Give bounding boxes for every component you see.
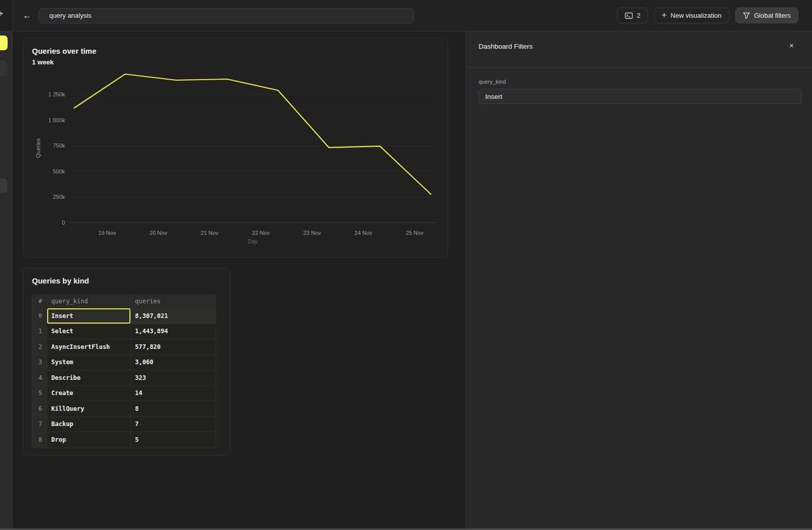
filters-panel: Dashboard Filters × query_kind [466, 31, 812, 530]
dashboard-title-input[interactable] [39, 8, 414, 23]
svg-text:20 Nov: 20 Nov [150, 230, 167, 236]
svg-text:21 Nov: 21 Nov [201, 230, 219, 236]
row-index-cell: 0 [32, 308, 47, 324]
table-row[interactable]: 3System3,060 [32, 355, 216, 371]
new-visualization-button[interactable]: + New visualization [654, 8, 729, 23]
plus-icon: + [662, 11, 666, 20]
table-header-row: # query_kind queries [32, 295, 216, 308]
chart-title: Queries over time [23, 39, 448, 55]
chart-subtitle: 1 week [23, 55, 448, 66]
table-row[interactable]: 8Drop5 [32, 432, 216, 448]
row-index-cell: 2 [32, 339, 47, 355]
table-row[interactable]: 5Create14 [32, 386, 216, 402]
app-root: ⟳ ← 2 + New visualization [0, 0, 812, 530]
query-kind-cell[interactable]: AsyncInsertFlush [47, 339, 131, 355]
back-arrow-icon: ← [23, 11, 31, 20]
svg-text:750k: 750k [53, 143, 65, 149]
query-kind-cell[interactable]: KillQuery [47, 401, 131, 417]
query-kind-cell[interactable]: Describe [47, 370, 131, 386]
svg-text:Queries: Queries [35, 138, 41, 158]
header-query-kind: query_kind [47, 295, 131, 308]
svg-text:0: 0 [62, 220, 65, 226]
svg-text:19 Nov: 19 Nov [98, 230, 116, 236]
topbar-actions: 2 + New visualization Global filters [617, 8, 798, 23]
queries-value-cell: 3,060 [131, 355, 216, 371]
table-card: Queries by kind # query_kind queries 0In… [23, 268, 230, 455]
query-kind-cell[interactable]: Create [47, 386, 131, 402]
svg-text:1 000k: 1 000k [48, 117, 65, 123]
row-index-cell: 7 [32, 417, 47, 433]
svg-text:500k: 500k [53, 168, 65, 174]
global-filters-label: Global filters [754, 12, 791, 19]
chart-card: Queries over time 1 week 0250k500k750k1 … [23, 38, 448, 258]
row-index-cell: 3 [32, 355, 47, 371]
queries-value-cell: 323 [131, 370, 216, 386]
queries-value-cell: 7 [131, 417, 216, 433]
row-index-cell: 1 [32, 324, 47, 340]
queries-value-cell: 14 [131, 386, 216, 402]
topbar: ⟳ ← 2 + New visualization [0, 0, 812, 31]
svg-text:23 Nov: 23 Nov [303, 230, 321, 236]
filter-field-input[interactable] [479, 89, 801, 104]
left-rail [0, 31, 13, 530]
main-content: Queries over time 1 week 0250k500k750k1 … [13, 31, 466, 530]
svg-text:25 Nov: 25 Nov [406, 230, 424, 236]
history-icon[interactable]: ⟳ [0, 10, 3, 18]
console-count-button[interactable]: 2 [617, 8, 648, 23]
global-filters-button[interactable]: Global filters [735, 8, 798, 23]
header-queries: queries [131, 295, 216, 308]
query-kind-cell[interactable]: Insert [47, 308, 131, 324]
queries-table: # query_kind queries 0Insert8,307,0211Se… [32, 294, 216, 448]
funnel-icon [743, 12, 750, 19]
query-kind-cell[interactable]: Select [47, 324, 131, 340]
rail-item-active[interactable] [0, 36, 8, 50]
table-row[interactable]: 0Insert8,307,021 [32, 308, 216, 324]
filters-panel-body: query_kind [466, 68, 812, 104]
table-row[interactable]: 7Backup7 [32, 417, 216, 433]
queries-value-cell: 577,820 [131, 339, 216, 355]
row-index-cell: 5 [32, 386, 47, 402]
table-row[interactable]: 4Describe323 [32, 370, 216, 386]
table-row[interactable]: 1Select1,443,894 [32, 324, 216, 340]
query-kind-cell[interactable]: Backup [47, 417, 131, 433]
filters-panel-title: Dashboard Filters [479, 43, 533, 50]
queries-value-cell: 5 [131, 432, 216, 448]
new-visualization-label: New visualization [670, 12, 721, 19]
table-body: 0Insert8,307,0211Select1,443,8942AsyncIn… [32, 308, 216, 448]
topbar-rail-corner: ⟳ [0, 0, 13, 31]
header-index: # [32, 295, 47, 308]
queries-value-cell: 8,307,021 [131, 308, 216, 324]
queries-value-cell: 8 [131, 401, 216, 417]
table-title: Queries by kind [23, 268, 230, 285]
row-index-cell: 6 [32, 401, 47, 417]
svg-text:Day: Day [248, 238, 258, 244]
filter-field-label: query_kind [479, 79, 801, 85]
table-row[interactable]: 2AsyncInsertFlush577,820 [32, 339, 216, 355]
back-button[interactable]: ← [20, 9, 35, 22]
svg-text:1 250k: 1 250k [48, 91, 65, 97]
rail-item[interactable] [0, 60, 8, 76]
query-kind-cell[interactable]: Drop [47, 432, 131, 448]
panel-close-button[interactable]: × [786, 40, 797, 51]
row-index-cell: 8 [32, 432, 47, 448]
console-count: 2 [637, 12, 640, 19]
console-icon [625, 12, 633, 19]
filters-panel-header: Dashboard Filters × [466, 31, 812, 68]
rail-item[interactable] [0, 179, 8, 193]
svg-text:24 Nov: 24 Nov [355, 230, 373, 236]
row-index-cell: 4 [32, 370, 47, 386]
svg-text:250k: 250k [53, 194, 65, 200]
query-kind-cell[interactable]: System [47, 355, 131, 371]
svg-text:22 Nov: 22 Nov [252, 230, 270, 236]
table-row[interactable]: 6KillQuery8 [32, 401, 216, 417]
queries-line-chart: 0250k500k750k1 000k1 250kQueries19 Nov20… [23, 39, 448, 257]
close-icon: × [789, 41, 794, 50]
queries-value-cell: 1,443,894 [131, 324, 216, 340]
